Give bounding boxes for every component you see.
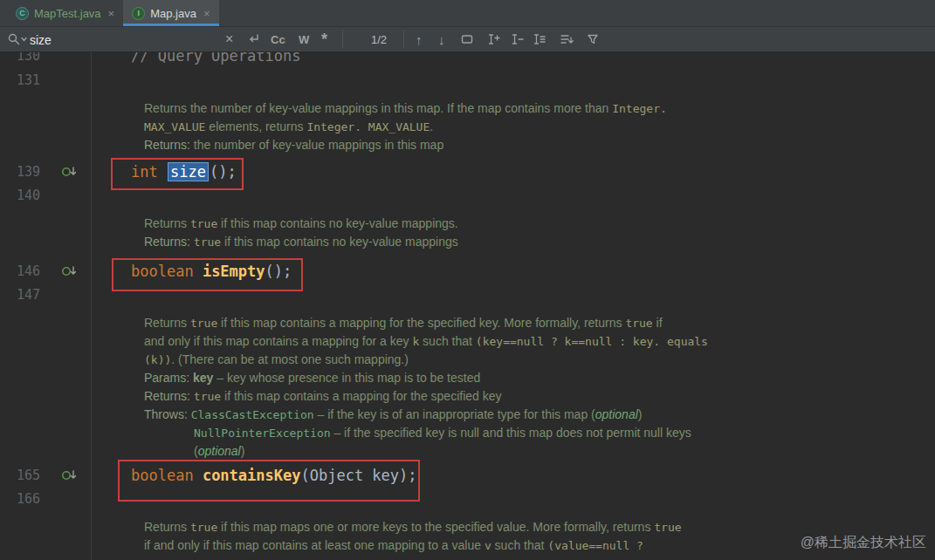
code-text: (Object key); — [300, 467, 416, 484]
doc-text: if — [653, 316, 663, 330]
search-input[interactable] — [28, 29, 223, 51]
select-all-occurrences-icon[interactable] — [532, 27, 547, 51]
implemented-marker-icon[interactable] — [61, 165, 79, 179]
keyword: boolean — [131, 467, 203, 484]
method-name: isEmpty — [203, 263, 265, 280]
clear-search-icon[interactable]: × — [225, 27, 233, 51]
regex-toggle[interactable]: * — [321, 27, 327, 51]
doc-code-ref: true — [194, 236, 221, 249]
code-line-comment[interactable]: // Query Operations — [131, 52, 300, 68]
line-number: 165 — [0, 464, 40, 488]
doc-code-ref: true — [625, 317, 652, 330]
editor[interactable]: 130 131 139 140 146 147 165 166 — [0, 52, 935, 560]
doc-comment-line: (k)). (There can be at most one such map… — [144, 351, 409, 369]
doc-comment-line: Returns true if this map maps one or mor… — [144, 518, 682, 536]
doc-code-ref: Integer. MAX_VALUE — [306, 120, 430, 133]
doc-code-ref: true — [194, 390, 221, 403]
doc-optional-link[interactable]: optional — [198, 444, 241, 458]
add-occurrence-icon[interactable] — [486, 27, 501, 51]
line-number: 147 — [0, 283, 40, 307]
interface-icon: I — [132, 7, 145, 20]
match-counter: 1/2 — [354, 27, 403, 51]
tab-map-java[interactable]: I Map.java × — [123, 0, 218, 26]
doc-text: . (There can be at most one such mapping… — [171, 352, 409, 366]
editor-tab-bar: C MapTest.java × I Map.java × — [0, 0, 935, 27]
doc-text: if this map contains a mapping for the s… — [221, 389, 501, 403]
insert-newline-icon[interactable] — [246, 27, 260, 51]
doc-comment-line: Params: key – key whose presence in this… — [144, 369, 480, 387]
doc-optional-link[interactable]: optional — [595, 407, 638, 421]
doc-comment-line: Returns the number of key-value mappings… — [144, 99, 667, 118]
doc-code-ref: v — [485, 539, 492, 552]
next-occurrence-button[interactable]: ↓ — [438, 27, 445, 51]
search-match-highlight[interactable]: size — [168, 162, 209, 181]
line-number: 166 — [0, 488, 40, 511]
code-line-containskey[interactable]: boolean containsKey(Object key); — [131, 464, 417, 488]
doc-params-label: Params: — [144, 371, 193, 385]
doc-exception-link[interactable]: NullPointerException — [194, 427, 331, 440]
doc-text: elements, returns — [205, 120, 306, 133]
unselect-occurrence-icon[interactable] — [510, 27, 525, 51]
doc-text: such that — [492, 538, 548, 552]
doc-text: – if the specified key is null and this … — [331, 426, 691, 440]
divider — [403, 31, 404, 48]
doc-text: if this map maps one or more keys to the… — [217, 520, 654, 534]
doc-comment-line: Returns: the number of key-value mapping… — [144, 136, 443, 154]
doc-comment-line: Throws: ClassCastException – if the key … — [144, 406, 642, 424]
doc-text: ) — [241, 444, 245, 458]
doc-comment-line: Returns true if this map contains a mapp… — [144, 314, 663, 332]
doc-param-name: key — [193, 371, 213, 385]
doc-code-ref: (k)) — [144, 353, 171, 366]
doc-comment-line: Returns: true if this map contains no ke… — [144, 233, 458, 251]
doc-returns-label: Returns: — [144, 235, 194, 249]
line-number: 139 — [0, 160, 40, 184]
doc-text: if this map contains no key-value mappin… — [221, 235, 458, 249]
doc-comment-line: if and only if this map contains at leas… — [144, 536, 643, 555]
doc-text: – key whose presence in this map is to b… — [213, 371, 480, 385]
doc-text: such that — [419, 334, 476, 348]
tab-maptest-java[interactable]: C MapTest.java × — [7, 0, 123, 26]
search-icon[interactable] — [7, 27, 28, 51]
close-tab-icon[interactable]: × — [108, 7, 115, 20]
doc-code-ref: true — [190, 217, 217, 230]
line-number: 140 — [0, 184, 40, 208]
keyword: int — [131, 163, 167, 181]
keyword: boolean — [131, 263, 203, 280]
doc-text: and only if this map contains a mapping … — [144, 334, 412, 348]
doc-comment-line: and only if this map contains a mapping … — [144, 332, 708, 351]
doc-comment-line: Returns: true if this map contains a map… — [144, 387, 502, 406]
doc-comment-line: (optional) — [194, 442, 244, 461]
doc-code-ref: MAX_VALUE — [144, 120, 205, 133]
open-results-icon[interactable] — [560, 27, 574, 51]
doc-code-ref: Integer. — [612, 102, 667, 115]
words-toggle[interactable]: W — [299, 27, 309, 51]
line-number: 146 — [0, 260, 40, 283]
method-name: containsKey — [203, 467, 301, 484]
filter-icon[interactable] — [586, 27, 600, 51]
doc-text: the number of key-value mappings in this… — [190, 138, 443, 152]
doc-code-ref: true — [654, 521, 681, 534]
doc-text: if and only if this map contains at leas… — [144, 538, 485, 552]
implemented-marker-icon[interactable] — [61, 468, 79, 482]
match-case-toggle[interactable]: Cc — [271, 27, 285, 51]
prev-occurrence-button[interactable]: ↑ — [416, 27, 423, 51]
doc-comment-line: MAX_VALUE elements, returns Integer. MAX… — [144, 118, 433, 136]
doc-code-ref: (key==null ? k==null : key. equals — [476, 335, 708, 348]
doc-text: . — [430, 120, 433, 133]
implemented-marker-icon[interactable] — [61, 264, 79, 278]
doc-comment-line: NullPointerException – if the specified … — [194, 424, 691, 442]
doc-returns-label: Returns: — [144, 138, 190, 152]
find-in-selection-icon[interactable] — [460, 27, 474, 51]
code-line-isempty[interactable]: boolean isEmpty(); — [131, 260, 292, 283]
doc-text: if this map contains no key-value mappin… — [217, 216, 457, 230]
watermark: @稀土掘金技术社区 — [801, 534, 926, 552]
doc-text: Returns — [144, 520, 190, 534]
doc-exception-link[interactable]: ClassCastException — [191, 408, 314, 421]
doc-text: if this map contains a mapping for the s… — [217, 316, 625, 330]
doc-returns-label: Returns: — [144, 389, 194, 403]
doc-text: – if the key is of an inappropriate type… — [314, 407, 595, 421]
doc-comment-line: Returns true if this map contains no key… — [144, 215, 458, 233]
code-line-size[interactable]: int size(); — [131, 160, 237, 184]
close-tab-icon[interactable]: × — [203, 7, 210, 20]
doc-throws-label: Throws: — [144, 407, 191, 421]
